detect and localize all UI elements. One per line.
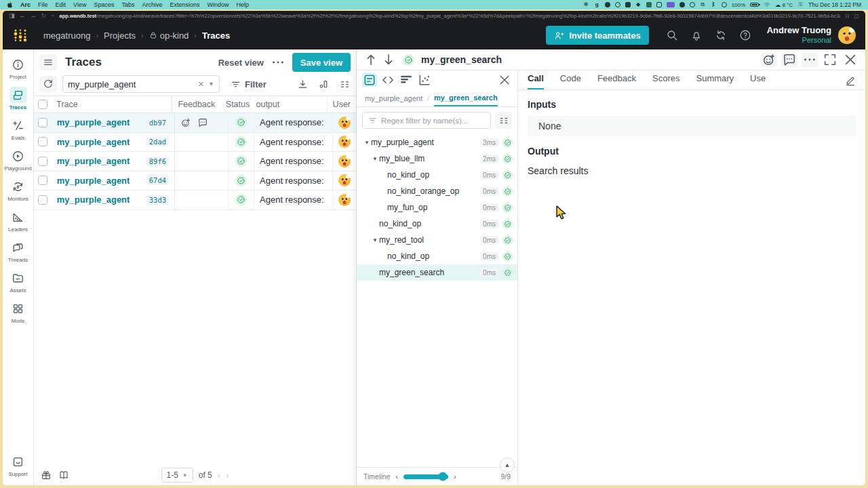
status-app-icon-4[interactable] bbox=[679, 2, 685, 7]
column-header-feedback[interactable]: Feedback bbox=[172, 96, 225, 113]
more-options-button[interactable] bbox=[271, 55, 285, 70]
timeline-slider[interactable] bbox=[403, 474, 448, 479]
tab-code[interactable]: Code bbox=[560, 73, 581, 89]
sidebar-item-project[interactable]: Project bbox=[3, 56, 33, 80]
next-page-icon[interactable]: › bbox=[226, 470, 229, 481]
menu-tabs[interactable]: Tabs bbox=[121, 1, 134, 8]
copy-icon[interactable]: ⧉ bbox=[700, 2, 706, 8]
sidebar-item-support[interactable]: Support bbox=[3, 453, 33, 477]
notion-icon[interactable] bbox=[656, 2, 662, 7]
trace-name-link[interactable]: my_purple_agent bbox=[57, 176, 130, 186]
docs-book-icon[interactable] bbox=[58, 470, 69, 481]
menu-spaces[interactable]: Spaces bbox=[94, 1, 114, 8]
prev-call-arrow-up-icon[interactable] bbox=[363, 52, 378, 67]
close-tree-icon[interactable] bbox=[497, 73, 512, 87]
tree-node-my_blue_llm[interactable]: ▼my_blue_llm2ms bbox=[357, 150, 517, 167]
column-header-output[interactable]: output bbox=[250, 96, 327, 113]
tree-view-icon[interactable] bbox=[362, 73, 377, 87]
flame-icon[interactable]: ◆ bbox=[635, 2, 642, 8]
select-all-checkbox[interactable] bbox=[38, 100, 47, 109]
reset-view-button[interactable]: Reset view bbox=[218, 58, 264, 68]
play-menu-icon[interactable] bbox=[722, 2, 727, 7]
tree-node-my_fun_op[interactable]: my_fun_op0ms bbox=[357, 199, 517, 216]
tab-call[interactable]: Call bbox=[528, 73, 544, 89]
op-filter-combobox[interactable]: my_purple_agent ✕ ▼ bbox=[62, 75, 220, 93]
menu-edit[interactable]: Edit bbox=[56, 1, 66, 8]
edit-pencil-icon[interactable] bbox=[845, 75, 856, 86]
grammarly-icon[interactable]: g bbox=[594, 2, 600, 8]
menu-window[interactable]: Window bbox=[208, 1, 229, 8]
table-row[interactable]: my_purple_agent33d3Agent response: He… bbox=[34, 190, 356, 210]
menu-file[interactable]: File bbox=[38, 1, 48, 8]
active-app-icon[interactable] bbox=[667, 2, 675, 7]
breadcrumb-item-Traces[interactable]: Traces bbox=[202, 30, 230, 41]
chevron-down-icon[interactable]: ▼ bbox=[371, 237, 379, 243]
sidebar-item-assets[interactable]: Assets bbox=[3, 270, 33, 293]
row-checkbox[interactable] bbox=[38, 157, 47, 166]
sidebar-item-threads[interactable]: Threads bbox=[3, 239, 33, 263]
reload-icon[interactable]: ↻ bbox=[41, 13, 47, 19]
search-icon[interactable] bbox=[666, 29, 678, 41]
page-range-dropdown[interactable]: 1-5 ▼ bbox=[161, 468, 193, 483]
tree-node-no_kind_op[interactable]: no_kind_op0ms bbox=[357, 216, 517, 232]
prev-page-icon[interactable]: ‹ bbox=[218, 470, 220, 481]
add-reaction-icon[interactable] bbox=[761, 52, 777, 67]
sidebar-toggle-icon[interactable]: ◨ bbox=[9, 13, 15, 19]
breadcrumb-item-megatruong[interactable]: megatruong bbox=[43, 30, 90, 41]
status-app-icon-2[interactable] bbox=[615, 2, 620, 7]
timeline-slider-thumb[interactable] bbox=[439, 472, 448, 481]
row-checkbox[interactable] bbox=[38, 118, 47, 127]
wifi-icon[interactable] bbox=[764, 2, 770, 7]
peek-more-options-icon[interactable] bbox=[802, 52, 818, 67]
share-link-icon[interactable]: ⌁ bbox=[51, 13, 54, 19]
add-reaction-icon[interactable] bbox=[180, 117, 191, 128]
menubar-clock[interactable]: Thu Dec 18 1:22 PM bbox=[808, 1, 861, 8]
status-app-icon-3[interactable] bbox=[625, 2, 631, 7]
notifications-bell-icon[interactable] bbox=[690, 29, 703, 41]
weather-status[interactable]: ☁ 8 °C bbox=[775, 2, 793, 8]
user-avatar[interactable] bbox=[838, 26, 856, 44]
table-row[interactable]: my_purple_agent2dadAgent response: He… bbox=[34, 133, 356, 152]
url-text[interactable]: app.wandb.test/megatruong/op-kind/weave/… bbox=[59, 13, 840, 19]
sidebar-item-evals[interactable]: Evals bbox=[3, 117, 33, 141]
next-call-arrow-down-icon[interactable] bbox=[381, 52, 396, 67]
code-view-icon[interactable] bbox=[380, 73, 395, 87]
key-icon[interactable]: ⚿ bbox=[797, 2, 804, 8]
clear-filter-icon[interactable]: ✕ bbox=[198, 80, 204, 89]
plant-icon[interactable]: ✻ bbox=[583, 2, 589, 8]
trace-name-link[interactable]: my_purple_agent bbox=[57, 195, 130, 205]
chevron-down-icon[interactable]: ▼ bbox=[363, 140, 371, 146]
refresh-button[interactable] bbox=[39, 76, 57, 92]
tree-crumb-my_purple_agent[interactable]: my_purple_agent bbox=[365, 89, 422, 106]
screenshot-app-icon[interactable] bbox=[646, 2, 652, 7]
sidebar-item-playground[interactable]: Playground bbox=[3, 148, 33, 171]
breadcrumb-item-Projects[interactable]: Projects bbox=[104, 30, 136, 41]
filter-button[interactable]: Filter bbox=[231, 79, 267, 89]
sidebar-item-mods[interactable]: Mods bbox=[3, 300, 33, 324]
apple-icon[interactable] bbox=[7, 1, 13, 8]
comment-icon[interactable] bbox=[781, 52, 797, 67]
comment-icon[interactable] bbox=[197, 117, 208, 128]
regex-filter-input-box[interactable] bbox=[362, 112, 491, 129]
chevron-down-icon[interactable]: ▼ bbox=[208, 81, 214, 87]
row-checkbox[interactable] bbox=[38, 137, 47, 146]
tree-node-my_green_search[interactable]: my_green_search0ms bbox=[357, 264, 517, 281]
tree-node-no_kind_orange_op[interactable]: no_kind_orange_op0ms bbox=[357, 183, 517, 199]
timeline-prev-icon[interactable]: ‹ bbox=[395, 472, 398, 481]
flame-graph-view-icon[interactable] bbox=[399, 73, 414, 87]
clock-menu-icon[interactable] bbox=[690, 2, 695, 7]
tree-settings-button[interactable] bbox=[495, 112, 512, 129]
collapse-timeline-button[interactable]: ▲ bbox=[500, 458, 515, 472]
save-view-button[interactable]: Save view bbox=[292, 53, 351, 72]
tree-node-my_red_tool[interactable]: ▼my_red_tool0ms bbox=[357, 232, 517, 248]
menu-help[interactable]: Help bbox=[237, 1, 250, 8]
table-row[interactable]: my_purple_agentdb97Agent response: He… bbox=[34, 113, 356, 133]
close-peek-icon[interactable] bbox=[842, 52, 859, 67]
menu-archive[interactable]: Archive bbox=[142, 1, 162, 8]
user-block[interactable]: Andrew Truong Personal bbox=[767, 26, 831, 45]
tree-node-no_kind_op[interactable]: no_kind_op0ms bbox=[357, 248, 517, 264]
trace-name-link[interactable]: my_purple_agent bbox=[57, 117, 130, 127]
sync-icon[interactable] bbox=[715, 29, 727, 41]
help-icon[interactable] bbox=[739, 29, 751, 41]
trace-name-link[interactable]: my_purple_agent bbox=[57, 137, 130, 147]
